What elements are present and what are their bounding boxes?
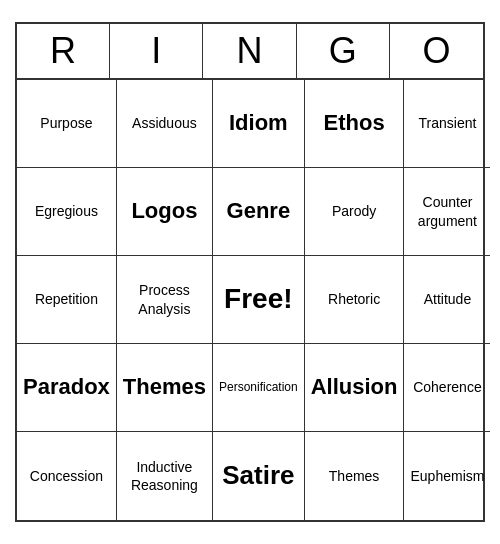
cell-6: Logos <box>117 168 213 256</box>
cell-10: Repetition <box>17 256 117 344</box>
cell-21: Inductive Reasoning <box>117 432 213 520</box>
cell-22: Satire <box>213 432 305 520</box>
cell-24: Euphemism <box>404 432 490 520</box>
cell-13: Rhetoric <box>305 256 405 344</box>
cell-12: Free! <box>213 256 305 344</box>
header-letter-R: R <box>17 24 110 78</box>
cell-23: Themes <box>305 432 405 520</box>
header-letter-N: N <box>203 24 296 78</box>
header-letter-O: O <box>390 24 483 78</box>
cell-7: Genre <box>213 168 305 256</box>
cell-0: Purpose <box>17 80 117 168</box>
cell-15: Paradox <box>17 344 117 432</box>
cell-16: Themes <box>117 344 213 432</box>
bingo-grid: PurposeAssiduousIdiomEthosTransientEgreg… <box>17 80 483 520</box>
cell-11: Process Analysis <box>117 256 213 344</box>
header-letter-G: G <box>297 24 390 78</box>
cell-4: Transient <box>404 80 490 168</box>
header-letter-I: I <box>110 24 203 78</box>
header-row: RINGO <box>17 24 483 80</box>
cell-18: Allusion <box>305 344 405 432</box>
bingo-card: RINGO PurposeAssiduousIdiomEthosTransien… <box>15 22 485 522</box>
cell-14: Attitude <box>404 256 490 344</box>
cell-20: Concession <box>17 432 117 520</box>
cell-3: Ethos <box>305 80 405 168</box>
cell-2: Idiom <box>213 80 305 168</box>
cell-9: Counter argument <box>404 168 490 256</box>
cell-17: Personification <box>213 344 305 432</box>
cell-1: Assiduous <box>117 80 213 168</box>
cell-19: Coherence <box>404 344 490 432</box>
cell-8: Parody <box>305 168 405 256</box>
cell-5: Egregious <box>17 168 117 256</box>
